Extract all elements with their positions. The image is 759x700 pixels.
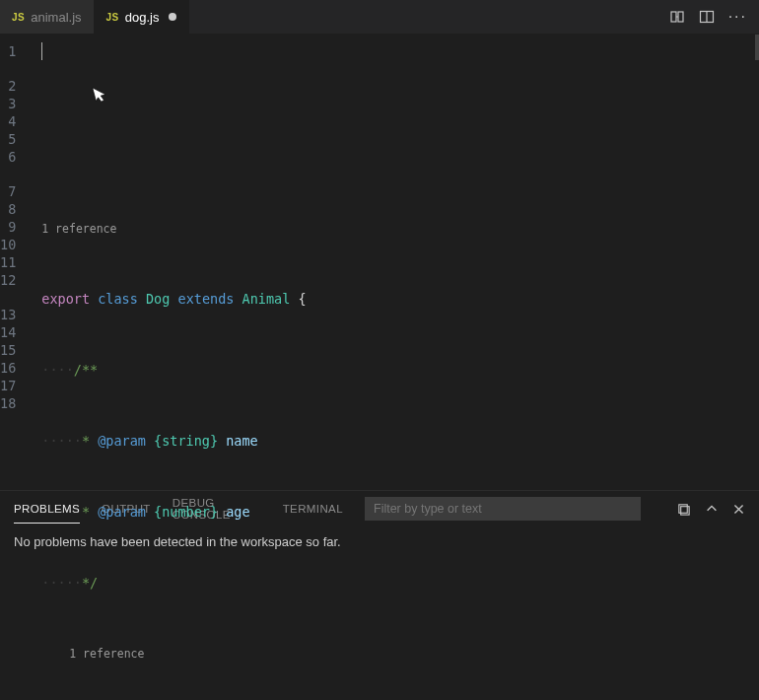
line-number: 17 <box>0 377 30 394</box>
tab-label: animal.js <box>31 10 81 25</box>
line-number: 8 <box>0 200 30 218</box>
dirty-indicator-icon <box>169 13 176 21</box>
more-actions-icon[interactable]: ··· <box>728 9 747 25</box>
line-number-gutter: 1 2 3 4 5 6 7 8 9 10 11 12 13 14 15 16 1… <box>0 35 30 490</box>
line-number: 5 <box>0 130 30 148</box>
code-area[interactable]: 1 reference export class Dog extends Ani… <box>30 35 759 490</box>
code-line[interactable]: ·····*/ <box>30 574 759 592</box>
line-number: 15 <box>0 341 30 359</box>
code-line[interactable]: ·····* @param {number} age <box>30 503 759 521</box>
svg-rect-1 <box>678 12 683 22</box>
panel-tab-problems[interactable]: PROBLEMS <box>14 503 80 515</box>
line-number: 14 <box>0 323 30 341</box>
compare-changes-icon[interactable] <box>669 9 685 25</box>
code-line[interactable]: ·····* @param {string} name <box>30 432 759 450</box>
js-icon: JS <box>12 12 25 23</box>
svg-rect-0 <box>671 12 676 22</box>
line-number: 2 <box>0 77 30 95</box>
line-number: 18 <box>0 394 30 412</box>
editor-title-actions: ··· <box>657 0 759 34</box>
text-cursor <box>41 42 42 60</box>
minimap-scrollbar[interactable] <box>755 35 759 490</box>
split-editor-icon[interactable] <box>699 9 715 25</box>
code-editor[interactable]: 1 2 3 4 5 6 7 8 9 10 11 12 13 14 15 16 1… <box>0 35 759 490</box>
code-line[interactable]: ····/** <box>30 361 759 379</box>
line-number: 1 <box>0 42 30 60</box>
line-number: 6 <box>0 148 30 166</box>
line-number: 16 <box>0 359 30 377</box>
line-number: 10 <box>0 236 30 253</box>
tab-dog-js[interactable]: JS dog.js <box>95 0 190 34</box>
line-number: 12 <box>0 271 30 289</box>
js-icon: JS <box>106 12 119 23</box>
tab-label: dog.js <box>125 10 160 25</box>
editor-tabs: JS animal.js JS dog.js <box>0 0 657 34</box>
editor-tab-bar: JS animal.js JS dog.js ··· <box>0 0 759 35</box>
code-line[interactable] <box>30 149 759 167</box>
codelens-class[interactable]: 1 reference <box>30 220 759 237</box>
line-number: 3 <box>0 95 30 112</box>
tab-animal-js[interactable]: JS animal.js <box>0 0 95 34</box>
mouse-cursor-icon <box>83 39 158 139</box>
line-number: 9 <box>0 218 30 236</box>
codelens-constructor[interactable]: 1 reference <box>30 645 759 662</box>
line-number: 4 <box>0 112 30 130</box>
line-number: 7 <box>0 182 30 200</box>
line-number: 13 <box>0 306 30 323</box>
line-number: 11 <box>0 253 30 271</box>
code-line[interactable]: export class Dog extends Animal { <box>30 290 759 308</box>
